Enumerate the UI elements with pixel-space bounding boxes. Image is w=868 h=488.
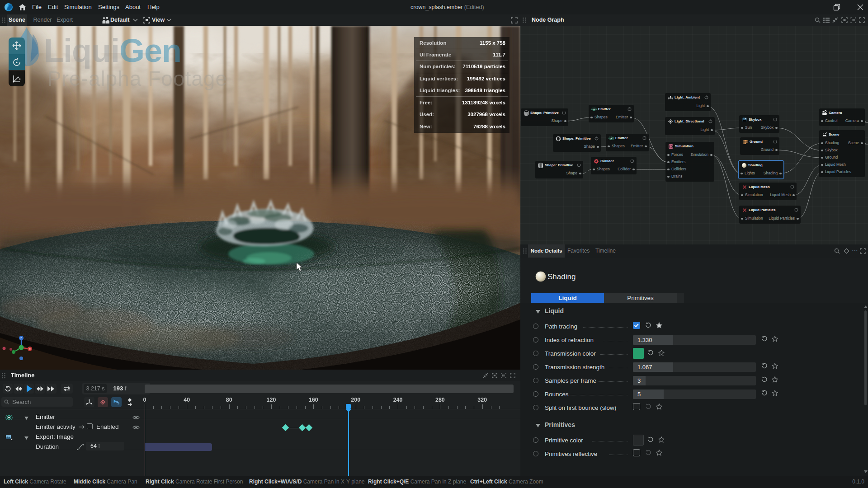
svg-text:X: X (28, 347, 31, 351)
svg-text:Z: Z (20, 336, 23, 340)
